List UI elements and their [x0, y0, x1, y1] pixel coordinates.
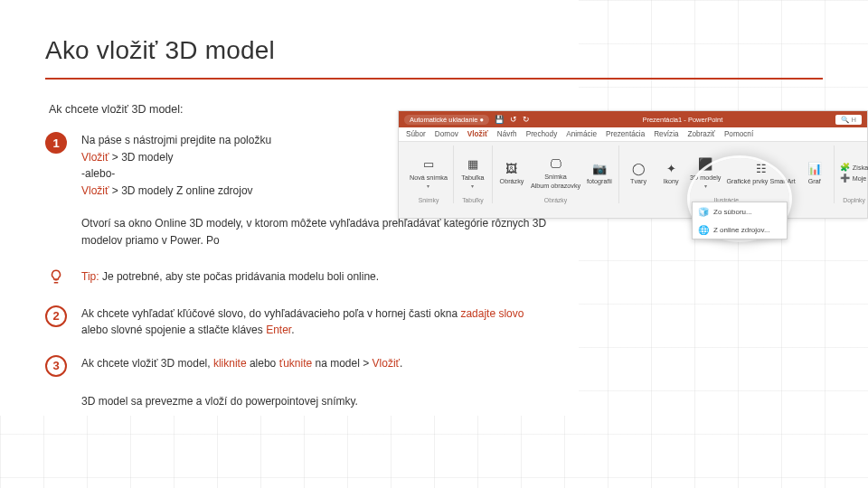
- search-icon: 🔍: [841, 116, 849, 124]
- title-bar: Automatické ukladanie ● 💾 ↺ ↻ Prezentáci…: [399, 111, 867, 127]
- icons-label: Ikony: [664, 178, 679, 185]
- tip-text: Tip: Je potrebné, aby ste počas pridávan…: [81, 270, 379, 283]
- globe-icon: 🌐: [698, 224, 709, 235]
- group-tables-label: Tabuľky: [462, 197, 484, 203]
- table-label: Tabuľka: [461, 174, 484, 182]
- tab-vlozit[interactable]: Vložiť: [467, 130, 488, 138]
- tab-revizia[interactable]: Revízia: [654, 130, 678, 138]
- my-addins-button[interactable]: ➕Moje: [840, 174, 868, 183]
- step-1-or: -alebo-: [81, 167, 115, 180]
- chart-icon: 📊: [807, 160, 823, 176]
- step-2-body: Ak chcete vyhľadať kľúčové slovo, do vyh…: [81, 305, 552, 339]
- dropdown-from-online[interactable]: 🌐 Z online zdrojov...: [693, 221, 787, 239]
- screenshot-icon: 🖵: [548, 155, 564, 172]
- icons-button[interactable]: ✦Ikony: [657, 160, 684, 185]
- photoalbum-button[interactable]: 📷fotografií: [586, 160, 613, 185]
- 3d-models-label: 3D modely: [690, 174, 721, 182]
- group-addins: 🧩Získa ➕Moje Doplnky: [835, 145, 868, 203]
- s3-t4: ťuknite: [279, 357, 313, 370]
- title-underline: [45, 78, 823, 80]
- ribbon-screenshot: Automatické ukladanie ● 💾 ↺ ↻ Prezentáci…: [398, 110, 868, 219]
- shapes-icon: ◯: [630, 160, 646, 176]
- chevron-down-icon: ▾: [427, 183, 429, 189]
- group-tables: ▦ Tabuľka ▾ Tabuľky: [454, 145, 493, 203]
- album-label: fotografií: [587, 178, 612, 185]
- s3-t1: Ak chcete vložiť 3D model,: [81, 357, 213, 370]
- tab-animacie[interactable]: Animácie: [566, 130, 597, 138]
- step-2: 2 Ak chcete vyhľadať kľúčové slovo, do v…: [45, 305, 823, 339]
- 3d-models-button[interactable]: ⬛3D modely▾: [690, 156, 721, 190]
- s3-t5: na model >: [312, 357, 372, 370]
- s3-t3: alebo: [247, 357, 279, 370]
- save-icon[interactable]: 💾: [495, 115, 505, 124]
- autosave-toggle[interactable]: Automatické ukladanie ●: [404, 115, 489, 125]
- s2-t2: zadajte slovo: [460, 307, 524, 320]
- tab-subor[interactable]: Súbor: [406, 130, 426, 138]
- after-step-1-text: Otvorí sa okno Online 3D modely, v ktoro…: [81, 215, 552, 249]
- tab-navrh[interactable]: Návrh: [497, 130, 517, 138]
- s3-t7: .: [400, 357, 402, 370]
- search-box[interactable]: 🔍H: [835, 115, 862, 125]
- group-slides: ▭ Nová snímka ▾ Snímky: [404, 145, 454, 203]
- file-icon: 🧊: [698, 206, 709, 217]
- new-slide-icon: ▭: [420, 156, 437, 173]
- step-3-body: Ak chcete vložiť 3D model, kliknite aleb…: [81, 355, 402, 372]
- step-3: 3 Ak chcete vložiť 3D model, kliknite al…: [45, 355, 823, 377]
- chart-label: Graf: [808, 178, 821, 185]
- shapes-button[interactable]: ◯Tvary: [625, 160, 652, 185]
- step-3-badge: 3: [45, 355, 67, 377]
- tip-label: Tip:: [81, 270, 99, 283]
- after-step-3-text: 3D model sa prevezme a vloží do powerpoi…: [81, 393, 552, 410]
- new-slide-button[interactable]: ▭ Nová snímka ▾: [410, 156, 448, 190]
- s3-t6: Vložiť: [373, 357, 401, 370]
- screenshot-button[interactable]: 🖵SnímkaAlbum obrazovky: [531, 155, 580, 190]
- get-addins-button[interactable]: 🧩Získa: [840, 163, 868, 173]
- my-addins-label: Moje: [853, 174, 867, 183]
- addins-icon: ➕: [840, 174, 850, 183]
- tab-pomocnik[interactable]: Pomocní: [724, 130, 753, 138]
- smartart-label: Grafické prvky SmartArt: [726, 178, 795, 185]
- smartart-button[interactable]: ☷Grafické prvky SmartArt: [726, 160, 795, 185]
- s3-t2: kliknite: [213, 357, 247, 370]
- cube-icon: ⬛: [697, 156, 713, 173]
- undo-icon[interactable]: ↺: [510, 115, 517, 124]
- group-addins-label: Doplnky: [843, 197, 865, 203]
- tab-domov[interactable]: Domov: [435, 130, 458, 138]
- new-slide-label: Nová snímka: [410, 174, 448, 182]
- screenshot-label2: Album obrazovky: [531, 183, 580, 190]
- group-images-label: Obrázky: [544, 197, 567, 203]
- s2-t5: .: [291, 324, 294, 336]
- tip-body: Je potrebné, aby ste počas pridávania mo…: [99, 270, 380, 283]
- tip-row: Tip: Je potrebné, aby ste počas pridávan…: [45, 266, 823, 287]
- screenshot-label: Snímka: [544, 174, 566, 181]
- chart-button[interactable]: 📊Graf: [801, 160, 828, 185]
- album-icon: 📷: [591, 160, 608, 176]
- pictures-label: Obrázky: [500, 178, 524, 185]
- smartart-icon: ☷: [753, 160, 769, 176]
- lightbulb-icon: [45, 266, 67, 287]
- ribbon-toolbar: ▭ Nová snímka ▾ Snímky ▦ Tabuľka ▾ Tabuľ…: [399, 142, 867, 205]
- step-1-path2-link: Vložiť: [81, 184, 109, 197]
- 3d-models-dropdown: 🧊 Zo súboru... 🌐 Z online zdrojov...: [692, 202, 788, 239]
- s2-t1: Ak chcete vyhľadať kľúčové slovo, do vyh…: [81, 307, 460, 320]
- window-title: Prezentácia1 - PowerPoint: [642, 116, 722, 124]
- table-button[interactable]: ▦ Tabuľka ▾: [459, 156, 486, 190]
- tab-zobrazit[interactable]: Zobraziť: [688, 130, 715, 138]
- picture-icon: 🖼: [504, 160, 520, 176]
- group-images: 🖼Obrázky 🖵SnímkaAlbum obrazovky 📷fotogra…: [493, 145, 619, 203]
- tab-prechody[interactable]: Prechody: [526, 130, 558, 138]
- table-icon: ▦: [465, 156, 481, 173]
- icons-icon: ✦: [663, 160, 679, 176]
- dropdown-from-file[interactable]: 🧊 Zo súboru...: [693, 202, 787, 221]
- pictures-button[interactable]: 🖼Obrázky: [498, 160, 525, 185]
- step-2-badge: 2: [45, 305, 67, 327]
- s2-t3: alebo slovné spojenie a stlačte kláves: [81, 324, 266, 336]
- get-addins-label: Získa: [853, 164, 868, 172]
- step-1-path1-rest: > 3D modely: [109, 151, 174, 164]
- dropdown-from-online-label: Z online zdrojov...: [713, 226, 770, 234]
- redo-icon[interactable]: ↻: [523, 115, 530, 124]
- store-icon: 🧩: [840, 163, 850, 173]
- tab-prezentacia[interactable]: Prezentácia: [606, 130, 645, 138]
- ribbon-tabs: Súbor Domov Vložiť Návrh Prechody Animác…: [399, 127, 867, 142]
- search-placeholder: H: [852, 116, 856, 124]
